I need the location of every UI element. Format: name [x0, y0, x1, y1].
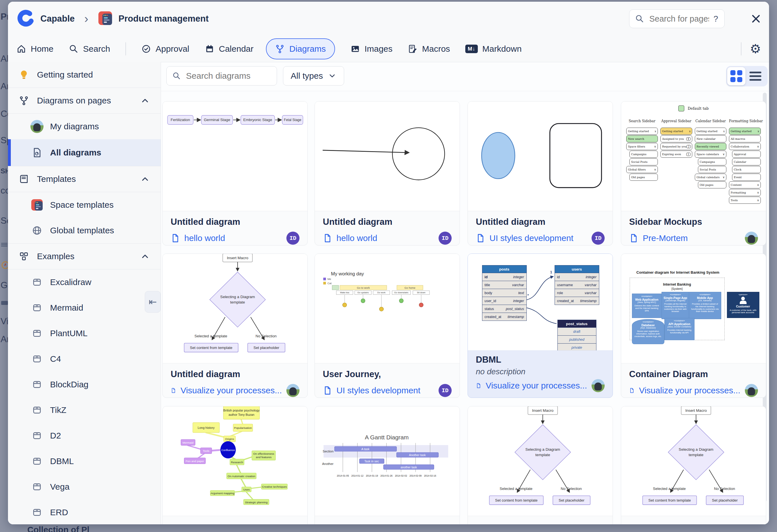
file-icon — [171, 234, 180, 243]
card-page-link[interactable]: hello world — [336, 233, 377, 243]
svg-text:Set placeholder: Set placeholder — [253, 346, 279, 350]
sidebar-collapse-button[interactable]: ⇤ — [145, 291, 161, 312]
diagram-card-dbml-selected[interactable]: posts idinteger titlevarchar bodytext us… — [467, 254, 613, 398]
sidebar-section-templates[interactable]: Templates — [8, 166, 161, 192]
sidebar-item-space-templates[interactable]: Space templates — [8, 192, 161, 218]
diagram-card-macro-flow[interactable]: Insert Macro Selecting a Diagram templat… — [162, 254, 308, 398]
page-search-input[interactable] — [649, 14, 709, 24]
sidebar-item-mermaid[interactable]: Mermaid — [8, 295, 161, 320]
card-page-link[interactable]: Visualize your processes... — [639, 386, 740, 395]
capable-logo-icon[interactable] — [16, 9, 35, 29]
sidebar-item-d2[interactable]: D2 — [8, 423, 161, 448]
screen: Pr Al An Co Sp SH co Se Ge Vi An Collect… — [0, 0, 777, 532]
images-icon — [350, 44, 360, 54]
diagrams-branch-icon — [275, 44, 285, 54]
tab-macros[interactable]: Macros — [408, 44, 450, 54]
svg-text:Make tea: Make tea — [340, 291, 349, 294]
close-icon[interactable] — [750, 12, 762, 25]
diagram-card-user-journey[interactable]: My working day Me Cat Go to work Go home… — [315, 254, 460, 398]
box-icon — [31, 277, 43, 287]
c4-box-database: «container»Database[SQL Database]Stores … — [632, 319, 664, 344]
tab-approval[interactable]: Approval — [141, 44, 189, 54]
svg-text:No Selection: No Selection — [255, 334, 276, 338]
sidebar-item-global-templates[interactable]: Global templates — [8, 218, 161, 243]
chevron-up-icon[interactable] — [140, 96, 150, 106]
sidebar-item-erd[interactable]: ERD — [8, 500, 161, 524]
sidebar-item-vega[interactable]: Vega — [8, 474, 161, 500]
nav-divider — [125, 42, 126, 55]
thumbnail-macro-flowchart: Insert Macro Selecting a Diagram templat… — [468, 406, 613, 516]
sidebar-item-dbml[interactable]: DBML — [8, 448, 161, 474]
sidebar-section-diagrams-on-pages[interactable]: Diagrams on pages — [8, 88, 161, 113]
svg-text:template: template — [535, 453, 550, 457]
svg-text:Insert Macro: Insert Macro — [227, 256, 248, 260]
chevron-up-icon[interactable] — [140, 174, 150, 184]
person-icon — [741, 297, 745, 300]
diagram-card-sidebar-mockups[interactable]: Default tab Search SidebarGetting starte… — [621, 101, 766, 246]
svg-text:Insert Macro: Insert Macro — [685, 408, 706, 413]
diagram-card-stages[interactable]: Fertilization Germinal Stage Embryonic S… — [162, 101, 308, 246]
tab-diagrams-active[interactable]: Diagrams — [266, 38, 335, 59]
backdrop-left-edge: Pr Al An Co Sp SH co Se Ge Vi An — [0, 0, 8, 532]
diagram-search-input[interactable] — [186, 71, 272, 81]
sidebar-item-getting-started[interactable]: Getting started — [8, 62, 161, 88]
sidebar-section-examples[interactable]: Examples — [8, 244, 161, 269]
tab-images[interactable]: Images — [350, 44, 393, 54]
tab-markdown[interactable]: M↓ Markdown — [465, 44, 522, 54]
page-search: ? — [629, 9, 725, 28]
mockup-item: Getting startedx — [729, 128, 761, 135]
mockup-item: Old pages — [698, 181, 727, 188]
diagram-card-macro-flow-2[interactable]: Insert Macro Selecting a Diagram templat… — [467, 406, 613, 524]
check-circle-icon — [141, 44, 151, 54]
card-page-link[interactable]: Pre-Mortem — [643, 233, 688, 243]
search-icon — [172, 72, 181, 80]
mockup-item: Old pages — [630, 174, 658, 181]
sidebar-item-tikz[interactable]: TikZ — [8, 397, 161, 423]
diagram-card-mindmap[interactable]: British popular psychologyauthor Tony Bu… — [162, 406, 308, 524]
diagram-card-shapes[interactable]: Untitled diagram UI styles development I… — [467, 101, 613, 246]
chevron-up-icon[interactable] — [140, 252, 150, 261]
mockup-legend: Default tab — [625, 106, 763, 111]
svg-text:2014-01-05: 2014-01-05 — [337, 474, 349, 477]
diagram-card-container-diagram[interactable]: Container diagram for Internet Banking S… — [621, 254, 766, 398]
gear-icon[interactable]: ⚙ — [750, 43, 761, 55]
svg-text:2014-01-19: 2014-01-19 — [366, 474, 378, 477]
card-page-link[interactable]: UI styles development — [336, 386, 420, 395]
waves-icon — [1, 242, 8, 249]
grid-view-button[interactable] — [727, 67, 746, 85]
svg-text:Go to work: Go to work — [357, 286, 370, 289]
diagram-card-macro-flow-3[interactable]: Insert Macro Selecting a Diagram templat… — [621, 406, 766, 524]
sidebar-item-excalidraw[interactable]: Excalidraw — [8, 269, 161, 295]
workspace-name[interactable]: Capable — [40, 14, 75, 24]
sidebar-item-blockdiag[interactable]: BlockDiag — [8, 372, 161, 397]
tab-calendar[interactable]: Calendar — [205, 44, 254, 54]
tab-home[interactable]: Home — [16, 44, 53, 54]
type-filter-dropdown[interactable]: All types — [283, 66, 344, 86]
list-view-button[interactable] — [749, 72, 761, 81]
svg-text:Long history: Long history — [197, 426, 214, 429]
card-page-link[interactable]: Visualize your processes... — [486, 381, 587, 390]
thumbnail-user-journey: My working day Me Cat Go to work Go home… — [315, 254, 460, 364]
svg-text:Another task: Another task — [409, 453, 426, 457]
mockup-item: Clock — [732, 166, 761, 173]
svg-text:On effectiveness: On effectiveness — [253, 452, 274, 455]
mockup-item: Collaboration∨ — [729, 143, 761, 150]
diagram-card-gantt[interactable]: A Gantt Diagram A task Another task Task… — [315, 406, 460, 524]
lightbulb-icon — [18, 70, 30, 80]
breadcrumb-page[interactable]: Product management — [119, 14, 209, 24]
card-page-link[interactable]: UI styles development — [489, 233, 573, 243]
sidebar-item-all-diagrams[interactable]: All diagrams — [8, 139, 161, 166]
backdrop-fragment: An — [1, 334, 8, 345]
card-page-link[interactable]: Visualize your processes... — [181, 386, 282, 395]
card-title: Untitled diagram — [476, 217, 605, 227]
svg-text:Confluence: Confluence — [221, 448, 235, 451]
card-title: Untitled diagram — [171, 217, 300, 227]
tab-search[interactable]: Search — [69, 44, 110, 54]
mockup-item: Event — [732, 174, 761, 181]
sidebar-item-my-diagrams[interactable]: My diagrams — [8, 114, 161, 139]
card-page-link[interactable]: hello world — [184, 233, 225, 243]
sidebar-item-c4[interactable]: C4 — [8, 346, 161, 372]
sidebar-item-plantuml[interactable]: PlantUML — [8, 320, 161, 346]
svg-text:template: template — [688, 453, 703, 457]
diagram-card-circle-arrow[interactable]: Untitled diagram hello world ID — [315, 101, 460, 246]
